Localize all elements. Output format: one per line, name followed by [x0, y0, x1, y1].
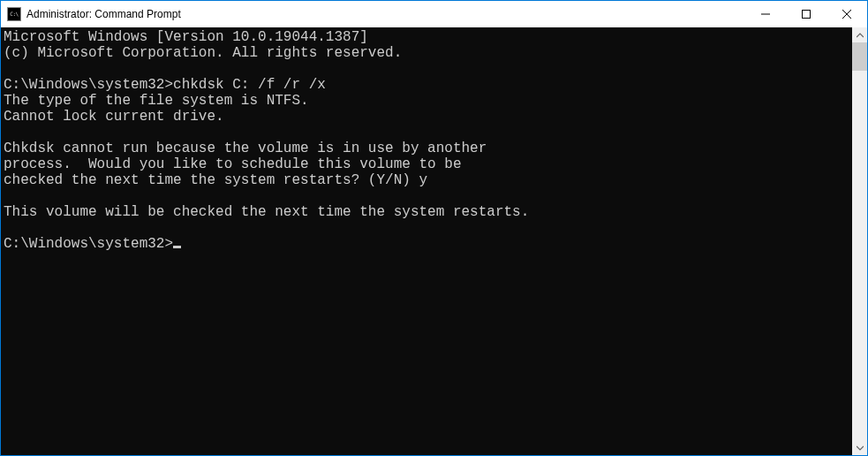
console-line: [4, 61, 852, 77]
minimize-icon: [761, 10, 770, 19]
minimize-button[interactable]: [745, 1, 786, 27]
svg-rect-1: [803, 11, 811, 19]
console-line: [4, 188, 852, 204]
cmd-icon: [7, 7, 21, 21]
console-line: [4, 220, 852, 236]
maximize-icon: [802, 10, 811, 19]
console-line: C:\Windows\system32>chkdsk C: /f /r /x: [4, 77, 852, 93]
scroll-down-button[interactable]: [852, 440, 867, 455]
titlebar[interactable]: Administrator: Command Prompt: [1, 1, 867, 27]
console-line: Microsoft Windows [Version 10.0.19044.13…: [4, 29, 852, 45]
scroll-thumb[interactable]: [852, 42, 867, 71]
console-line: The type of the file system is NTFS.: [4, 93, 852, 109]
console-output[interactable]: Microsoft Windows [Version 10.0.19044.13…: [1, 27, 852, 455]
command-prompt-window: Administrator: Command Prompt Microsoft …: [0, 0, 868, 456]
scroll-up-button[interactable]: [852, 27, 867, 42]
console-line: (c) Microsoft Corporation. All rights re…: [4, 45, 852, 61]
close-button[interactable]: [826, 1, 867, 27]
console-line: Chkdsk cannot run because the volume is …: [4, 141, 852, 156]
console-line: checked the next time the system restart…: [4, 172, 852, 188]
console-area: Microsoft Windows [Version 10.0.19044.13…: [1, 27, 867, 455]
vertical-scrollbar[interactable]: [852, 27, 867, 455]
chevron-down-icon: [857, 445, 864, 452]
console-line: C:\Windows\system32>: [4, 236, 852, 252]
text-cursor: [173, 246, 181, 248]
console-line: [4, 125, 852, 141]
maximize-button[interactable]: [786, 1, 826, 27]
chevron-up-icon: [857, 32, 864, 39]
console-line: Cannot lock current drive.: [4, 109, 852, 125]
console-line: process. Would you like to schedule this…: [4, 156, 852, 172]
console-line: This volume will be checked the next tim…: [4, 204, 852, 220]
close-icon: [842, 10, 851, 19]
window-controls: [745, 1, 867, 27]
window-title: Administrator: Command Prompt: [26, 8, 745, 20]
